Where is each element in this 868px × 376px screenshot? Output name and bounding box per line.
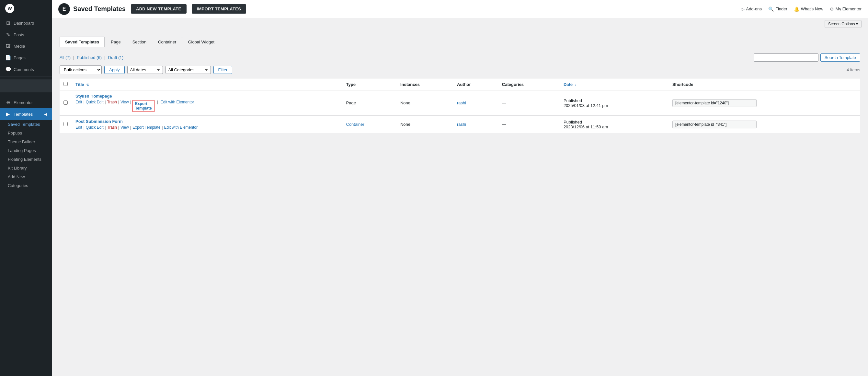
row2-title-link[interactable]: Post Submmision Form bbox=[75, 119, 338, 124]
sidebar-item-posts[interactable]: ✎ Posts bbox=[0, 29, 52, 40]
sidebar-item-label: Templates bbox=[13, 112, 33, 117]
page-body: Saved Templates Page Section Container G… bbox=[52, 30, 868, 376]
sidebar-item-dashboard[interactable]: ⊞ Dashboard bbox=[0, 17, 52, 29]
media-icon: 🖼 bbox=[5, 44, 11, 49]
row2-type-link[interactable]: Container bbox=[346, 122, 364, 127]
row1-title-cell: Stylish Homepage Edit | Quick Edit | Tra… bbox=[71, 90, 342, 116]
user-area bbox=[0, 79, 52, 92]
sidebar: W ⊞ Dashboard ✎ Posts 🖼 Media 📄 Pages 💬 … bbox=[0, 0, 52, 376]
addons-icon: ▷ bbox=[741, 6, 745, 12]
row1-type: Page bbox=[346, 100, 356, 105]
sidebar-sub-floating-elements[interactable]: Floating Elements bbox=[0, 155, 52, 164]
tab-page[interactable]: Page bbox=[105, 37, 126, 47]
sidebar-item-templates[interactable]: ▶ Templates ◀ bbox=[0, 108, 52, 120]
th-instances: Instances bbox=[397, 79, 453, 90]
sidebar-divider-2 bbox=[0, 95, 52, 95]
add-new-label: Add New bbox=[8, 174, 25, 179]
sidebar-item-comments[interactable]: 💬 Comments bbox=[0, 63, 52, 75]
sidebar-sub-add-new[interactable]: Add New bbox=[0, 172, 52, 181]
sidebar-item-label: Pages bbox=[13, 55, 26, 60]
row1-categories-cell: — bbox=[498, 90, 560, 116]
search-template-button[interactable]: Search Template bbox=[820, 54, 860, 62]
th-author: Author bbox=[453, 79, 498, 90]
finder-nav-item[interactable]: 🔍 Finder bbox=[768, 6, 787, 12]
pages-icon: 📄 bbox=[5, 55, 11, 61]
row1-quick-edit-link[interactable]: Quick Edit bbox=[86, 100, 104, 112]
topbar: E Saved Templates ADD NEW TEMPLATE IMPOR… bbox=[52, 0, 868, 18]
row1-author-cell: rashi bbox=[453, 90, 498, 116]
apply-button[interactable]: Apply bbox=[104, 66, 125, 74]
row2-categories: — bbox=[502, 122, 506, 127]
tab-saved-templates[interactable]: Saved Templates bbox=[60, 37, 104, 47]
th-categories: Categories bbox=[498, 79, 560, 90]
row1-date-status: Published bbox=[563, 98, 582, 103]
row1-trash-link[interactable]: Trash bbox=[107, 100, 117, 112]
filter-all-link[interactable]: All (7) bbox=[60, 55, 71, 60]
whats-new-label: What's New bbox=[801, 6, 823, 11]
topbar-title: Saved Templates bbox=[73, 5, 126, 12]
row2-date-value: 2023/12/06 at 11:59 am bbox=[563, 124, 608, 129]
row1-title-link[interactable]: Stylish Homepage bbox=[75, 94, 338, 98]
sidebar-sub-landing-pages[interactable]: Landing Pages bbox=[0, 146, 52, 155]
row1-edit-with-elementor-link[interactable]: Edit with Elementor bbox=[161, 100, 194, 112]
table-row: Stylish Homepage Edit | Quick Edit | Tra… bbox=[60, 90, 860, 116]
th-title[interactable]: Title ⇅ bbox=[71, 79, 342, 90]
topbar-logo-area: E Saved Templates bbox=[58, 3, 126, 15]
row2-date-cell: Published 2023/12/06 at 11:59 am bbox=[560, 116, 669, 133]
filter-published-link[interactable]: Published (6) bbox=[77, 55, 102, 60]
row1-export-template-button[interactable]: ExportTemplate bbox=[132, 100, 154, 112]
sep1: | bbox=[73, 55, 74, 60]
sidebar-item-media[interactable]: 🖼 Media bbox=[0, 40, 52, 52]
th-date[interactable]: Date ↓ bbox=[560, 79, 669, 90]
sidebar-item-label: Dashboard bbox=[13, 21, 34, 26]
sidebar-sub-popups[interactable]: Popups bbox=[0, 129, 52, 138]
row1-checkbox[interactable] bbox=[63, 100, 68, 105]
row2-checkbox[interactable] bbox=[63, 122, 68, 126]
row2-view-link[interactable]: View bbox=[121, 125, 129, 129]
date-filter-select[interactable]: All dates bbox=[127, 66, 163, 74]
sidebar-item-elementor[interactable]: ⊕ Elementor bbox=[0, 96, 52, 108]
row1-author-link[interactable]: rashi bbox=[457, 100, 466, 105]
row1-shortcode-cell bbox=[669, 90, 860, 116]
filter-button[interactable]: Filter bbox=[213, 66, 232, 74]
categories-filter-select[interactable]: All Categories bbox=[165, 66, 211, 74]
categories-label: Categories bbox=[8, 183, 28, 188]
row2-trash-link[interactable]: Trash bbox=[107, 125, 117, 129]
screen-options-area: Screen Options ▾ bbox=[52, 18, 868, 30]
sidebar-sub-kit-library[interactable]: Kit Library bbox=[0, 164, 52, 172]
landing-pages-label: Landing Pages bbox=[8, 148, 36, 153]
sidebar-item-label: Media bbox=[13, 44, 25, 49]
screen-options-button[interactable]: Screen Options ▾ bbox=[825, 20, 862, 28]
tab-global-widget[interactable]: Global Widget bbox=[182, 37, 220, 47]
filter-draft-link[interactable]: Draft (1) bbox=[108, 55, 123, 60]
search-template-input[interactable] bbox=[754, 54, 818, 62]
my-elementor-nav-item[interactable]: ⚙ My Elementor bbox=[830, 6, 862, 12]
import-templates-button[interactable]: IMPORT TEMPLATES bbox=[192, 4, 246, 13]
row2-author-cell: rashi bbox=[453, 116, 498, 133]
date-sort-icon: ↓ bbox=[575, 83, 577, 87]
row2-title-cell: Post Submmision Form Edit | Quick Edit |… bbox=[71, 116, 342, 133]
add-new-template-button[interactable]: ADD NEW TEMPLATE bbox=[131, 4, 187, 13]
sidebar-sub-theme-builder[interactable]: Theme Builder bbox=[0, 138, 52, 146]
row2-shortcode-input[interactable] bbox=[672, 121, 756, 128]
row2-edit-link[interactable]: Edit bbox=[75, 125, 82, 129]
row2-author-link[interactable]: rashi bbox=[457, 122, 466, 127]
addons-nav-item[interactable]: ▷ Add-ons bbox=[741, 6, 762, 12]
row2-edit-with-elementor-link[interactable]: Edit with Elementor bbox=[164, 125, 197, 129]
row2-quick-edit-link[interactable]: Quick Edit bbox=[86, 125, 104, 129]
row1-shortcode-input[interactable] bbox=[672, 99, 756, 107]
bulk-actions-select[interactable]: Bulk actions bbox=[60, 65, 102, 74]
whats-new-nav-item[interactable]: 🔔 What's New bbox=[794, 6, 823, 12]
tab-section[interactable]: Section bbox=[127, 37, 152, 47]
row1-view-link[interactable]: View bbox=[121, 100, 129, 112]
select-all-checkbox[interactable] bbox=[63, 82, 68, 86]
wp-logo-icon: W bbox=[5, 4, 14, 13]
sidebar-item-pages[interactable]: 📄 Pages bbox=[0, 52, 52, 63]
sidebar-sub-categories[interactable]: Categories bbox=[0, 181, 52, 190]
tab-container[interactable]: Container bbox=[153, 37, 182, 47]
row2-export-template-link[interactable]: Export Template bbox=[132, 125, 161, 129]
filter-links: All (7) | Published (6) | Draft (1) bbox=[60, 55, 123, 60]
sidebar-sub-saved-templates[interactable]: Saved Templates bbox=[0, 120, 52, 129]
items-count: 4 items bbox=[847, 67, 860, 72]
row1-edit-link[interactable]: Edit bbox=[75, 100, 82, 112]
